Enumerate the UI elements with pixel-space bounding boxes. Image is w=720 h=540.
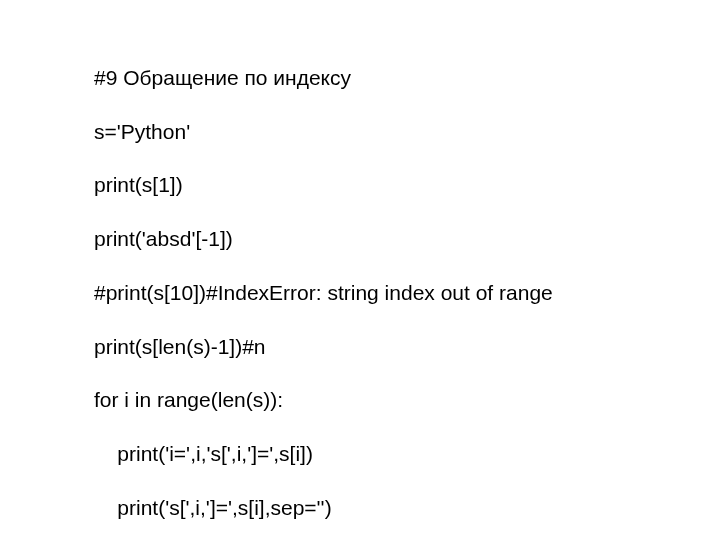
code-line: #9 Обращение по индексу [94, 65, 720, 92]
code-line: #print(s[10])#IndexError: string index o… [94, 280, 720, 307]
code-line: print(s[1]) [94, 172, 720, 199]
code-line: s='Python' [94, 119, 720, 146]
code-line: print(s[len(s)-1])#n [94, 334, 720, 361]
code-line: for i in range(len(s)): [94, 387, 720, 414]
code-line: print('i=',i,'s[',i,']=',s[i]) [94, 441, 720, 468]
code-block: #9 Обращение по индексу s='Python' print… [0, 0, 720, 540]
code-line: print('absd'[-1]) [94, 226, 720, 253]
code-line: print('s[',i,']=',s[i],sep='') [94, 495, 720, 522]
